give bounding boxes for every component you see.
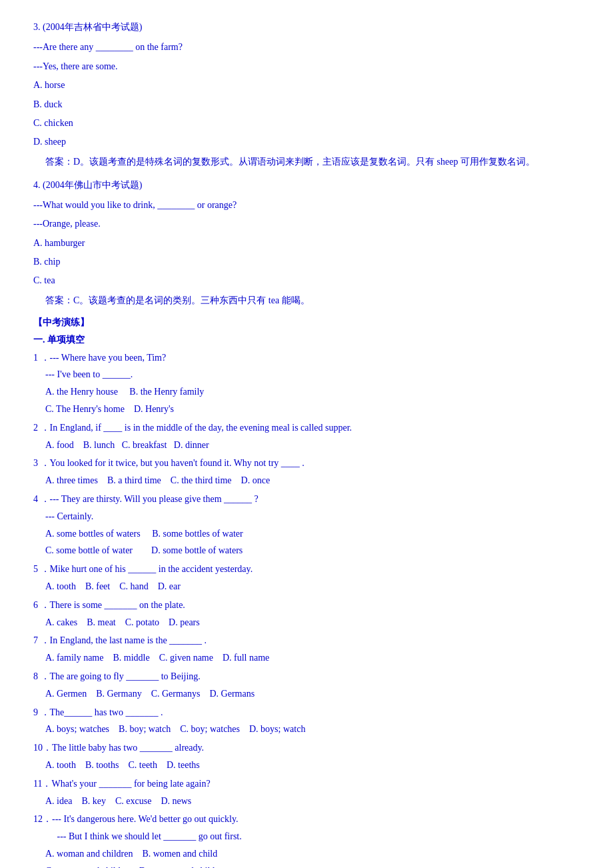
q4-opts2: C. some bottle of water D. some bottle o…: [33, 543, 580, 559]
q3-opts: A. three times B. a third time C. the th…: [33, 473, 580, 489]
q3-text: 3 ．You looked for it twice, but you have…: [33, 455, 580, 471]
q3-answer: 答案：D。该题考查的是特殊名词的复数形式。从谓语动词来判断，主语应该是复数名词。…: [33, 154, 580, 170]
q12-opts2: C. woman and child D. women and children: [33, 863, 580, 868]
q3-opt-a: A. horse: [33, 78, 580, 93]
q9-text: 9 ．The______ has two _______ .: [33, 705, 580, 721]
q4-opts1: A. some bottles of waters B. some bottle…: [33, 526, 580, 542]
q12-opts1: A. woman and children B. women and child: [33, 846, 580, 862]
q4-question1: ---What would you like to drink, _______…: [33, 198, 580, 213]
subsection-title: 一. 单项填空: [33, 334, 580, 346]
page-container: 3. (2004年吉林省中考试题) ---Are there any _____…: [33, 20, 580, 868]
q6-text: 6 ．There is some _______ on the plate.: [33, 597, 580, 613]
q10-text: 10．The little baby has two _______ alrea…: [33, 740, 580, 756]
q4-opt-b: B. chip: [33, 255, 580, 269]
q4-text: 4 ．--- They are thirsty. Will you please…: [33, 491, 580, 507]
q1-opts2: C. The Henry's home D. Henry's: [33, 401, 580, 417]
q4-sub1: --- Certainly.: [33, 509, 580, 525]
q6-opts: A. cakes B. meat C. potato D. pears: [33, 615, 580, 631]
q4-opt-c: C. tea: [33, 273, 580, 288]
q11-opts: A. idea B. key C. excuse D. news: [33, 793, 580, 809]
q1-text: 1 ．--- Where have you been, Tim?: [33, 350, 580, 366]
q7-opts: A. family name B. middle C. given name D…: [33, 650, 580, 666]
q5-opts: A. tooth B. feet C. hand D. ear: [33, 579, 580, 595]
q4-answer: 答案：C。该题考查的是名词的类别。三种东西中只有 tea 能喝。: [33, 293, 580, 309]
q1-opts1: A. the Henry house B. the Henry family: [33, 384, 580, 400]
section-title: 【中考演练】: [33, 317, 580, 329]
q8-opts: A. Germen B. Germany C. Germanys D. Germ…: [33, 686, 580, 702]
q7-text: 7 ．In England, the last name is the ____…: [33, 633, 580, 649]
q8-text: 8 ．The are going to fly _______ to Beiji…: [33, 669, 580, 685]
q4-opt-a: A. hamburger: [33, 236, 580, 251]
q3-question2: ---Yes, there are some.: [33, 59, 580, 74]
q10-opts: A. tooth B. tooths C. teeth D. teeths: [33, 757, 580, 773]
q3-header: 3. (2004年吉林省中考试题): [33, 20, 580, 35]
q9-opts: A. boys; watches B. boy; watch C. boy; w…: [33, 721, 580, 737]
q2-text: 2 ．In England, if ____ is in the middle …: [33, 420, 580, 436]
q4-question2: ---Orange, please.: [33, 217, 580, 231]
q4-header: 4. (2004年佛山市中考试题): [33, 178, 580, 193]
q11-text: 11．What's your _______ for being late ag…: [33, 776, 580, 792]
q1-sub1: --- I've been to ______.: [33, 367, 580, 383]
q3-question1: ---Are there any ________ on the farm?: [33, 40, 580, 55]
q12-sub1: --- But I think we should let _______ go…: [33, 829, 580, 845]
q3-opt-d: D. sheep: [33, 135, 580, 149]
q3-opt-b: B. duck: [33, 97, 580, 112]
q2-opts: A. food B. lunch C. breakfast D. dinner: [33, 437, 580, 453]
q12-text: 12．--- It's dangerous here. We'd better …: [33, 811, 580, 827]
q3-opt-c: C. chicken: [33, 116, 580, 131]
q5-text: 5 ．Mike hurt one of his ______ in the ac…: [33, 561, 580, 577]
